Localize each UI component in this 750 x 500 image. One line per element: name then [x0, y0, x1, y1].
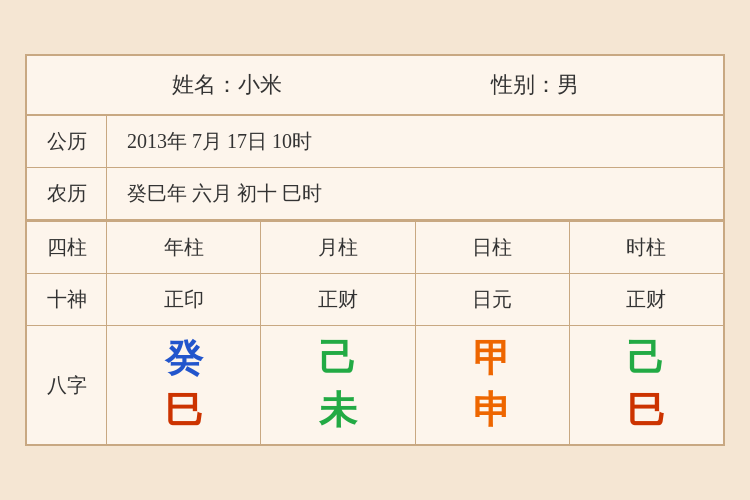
shishen-cells: 正印正财日元正财	[107, 274, 723, 325]
bazi-bottom-3: 巳	[627, 388, 665, 434]
shishen-label: 十神	[27, 274, 107, 325]
gregorian-row: 公历 2013年 7月 17日 10时	[27, 116, 723, 168]
sizhu-cell-1: 月柱	[261, 222, 415, 273]
sizhu-label: 四柱	[27, 222, 107, 273]
sizhu-cell-3: 时柱	[570, 222, 723, 273]
shishen-cell-1: 正财	[261, 274, 415, 325]
bazi-cell-2: 甲申	[416, 326, 570, 443]
sizhu-cell-2: 日柱	[416, 222, 570, 273]
lunar-row: 农历 癸巳年 六月 初十 巳时	[27, 168, 723, 220]
bazi-top-3: 己	[627, 336, 665, 382]
sizhu-cells: 年柱月柱日柱时柱	[107, 222, 723, 273]
gender-label: 性别：男	[491, 70, 579, 100]
gregorian-value: 2013年 7月 17日 10时	[107, 116, 723, 167]
name-label: 姓名：小米	[172, 70, 282, 100]
shishen-cell-2: 日元	[416, 274, 570, 325]
bazi-top-1: 己	[319, 336, 357, 382]
bazi-cells: 癸巳己未甲申己巳	[107, 326, 723, 443]
bazi-bottom-1: 未	[319, 388, 357, 434]
bazi-cell-3: 己巳	[570, 326, 723, 443]
header-row: 姓名：小米 性别：男	[27, 56, 723, 116]
sizhu-row: 四柱 年柱月柱日柱时柱	[27, 222, 723, 274]
bazi-cell-1: 己未	[261, 326, 415, 443]
gregorian-label: 公历	[27, 116, 107, 167]
shishen-cell-0: 正印	[107, 274, 261, 325]
bazi-bottom-2: 申	[473, 388, 511, 434]
shishen-cell-3: 正财	[570, 274, 723, 325]
bazi-top-0: 癸	[165, 336, 203, 382]
bazi-bottom-0: 巳	[165, 388, 203, 434]
sizhu-cell-0: 年柱	[107, 222, 261, 273]
lunar-label: 农历	[27, 168, 107, 219]
shishen-row: 十神 正印正财日元正财	[27, 274, 723, 326]
lunar-value: 癸巳年 六月 初十 巳时	[107, 168, 723, 219]
bazi-row: 八字 癸巳己未甲申己巳	[27, 326, 723, 443]
bazi-cell-0: 癸巳	[107, 326, 261, 443]
bazi-top-2: 甲	[473, 336, 511, 382]
table-section: 四柱 年柱月柱日柱时柱 十神 正印正财日元正财 八字 癸巳己未甲申己巳	[27, 220, 723, 443]
bazi-label: 八字	[27, 326, 107, 443]
main-container: 姓名：小米 性别：男 公历 2013年 7月 17日 10时 农历 癸巳年 六月…	[25, 54, 725, 445]
